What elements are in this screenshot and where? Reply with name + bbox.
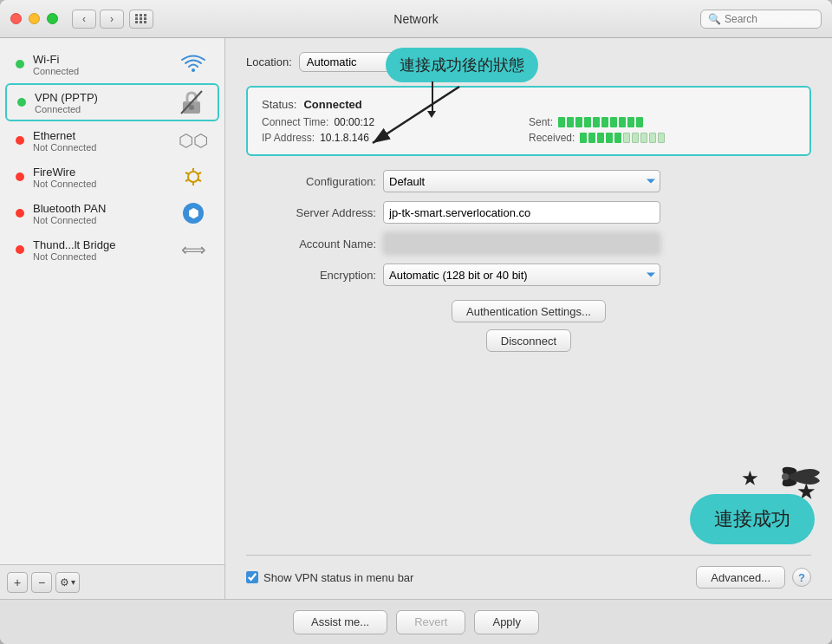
svg-point-2 bbox=[189, 105, 194, 110]
item-status-bluetooth: Not Connected bbox=[33, 215, 178, 225]
connect-time-value: 00:00:12 bbox=[334, 116, 374, 128]
sidebar-item-firewire[interactable]: FireWire Not Connected bbox=[5, 159, 219, 194]
gear-menu-button[interactable]: ⚙ ▾ bbox=[55, 572, 80, 593]
traffic-lights bbox=[10, 13, 58, 24]
action-buttons: Authentication Settings... Disconnect bbox=[246, 300, 811, 352]
advanced-button[interactable]: Advanced... bbox=[696, 566, 785, 589]
item-status-wifi: Connected bbox=[33, 66, 178, 76]
search-input[interactable] bbox=[725, 13, 814, 25]
status-value: Connected bbox=[303, 98, 361, 111]
status-box: Status: Connected Connect Time: 00:00:12… bbox=[246, 86, 811, 156]
form-row-encryption: Encryption: Automatic (128 bit or 40 bit… bbox=[246, 263, 811, 286]
svg-point-0 bbox=[192, 68, 195, 72]
item-status-vpn: Connected bbox=[35, 104, 176, 114]
account-label: Account Name: bbox=[246, 237, 376, 250]
show-vpn-text: Show VPN status in menu bar bbox=[263, 571, 413, 584]
show-vpn-label[interactable]: Show VPN status in menu bar bbox=[246, 571, 413, 584]
wifi-icon bbox=[178, 52, 209, 76]
item-name-firewire: FireWire bbox=[33, 166, 178, 179]
close-button[interactable] bbox=[10, 13, 22, 24]
encryption-wrapper[interactable]: Automatic (128 bit or 40 bit) bbox=[383, 263, 660, 286]
ip-pair: IP Address: 10.1.8.146 bbox=[262, 132, 529, 144]
status-dot-ethernet bbox=[16, 136, 24, 145]
item-status-ethernet: Not Connected bbox=[33, 142, 178, 153]
ethernet-icon: ⬡⬡ bbox=[178, 128, 209, 153]
sidebar-item-ethernet[interactable]: Ethernet Not Connected ⬡⬡ bbox=[5, 123, 219, 158]
celebration-area: ★ ★ 連接成功 bbox=[690, 494, 815, 544]
grid-icon bbox=[135, 14, 147, 23]
assist-button[interactable]: Assist me... bbox=[293, 610, 387, 634]
search-box[interactable]: 🔍 bbox=[700, 10, 822, 29]
gear-icon: ⚙ bbox=[60, 576, 69, 589]
help-button[interactable]: ? bbox=[792, 568, 811, 587]
status-dot-vpn bbox=[17, 98, 26, 107]
connect-time-label: Connect Time: bbox=[262, 116, 328, 128]
svg-line-7 bbox=[198, 172, 201, 174]
ip-value: 10.1.8.146 bbox=[320, 132, 369, 144]
configuration-wrapper[interactable]: Default bbox=[383, 170, 660, 192]
account-input[interactable] bbox=[383, 232, 660, 255]
location-label: Location: bbox=[246, 55, 292, 68]
form-row-configuration: Configuration: Default bbox=[246, 170, 811, 192]
server-label: Server Address: bbox=[246, 206, 376, 219]
received-pair: Received: bbox=[529, 132, 796, 144]
sidebar-item-bluetooth[interactable]: Bluetooth PAN Not Connected ⬢ bbox=[5, 196, 219, 231]
titlebar: ‹ › Network 🔍 bbox=[0, 0, 832, 38]
item-name-wifi: Wi-Fi bbox=[33, 53, 178, 66]
revert-button[interactable]: Revert bbox=[396, 610, 465, 634]
svg-point-4 bbox=[188, 172, 198, 182]
celebrate-bubble: 連接成功 bbox=[690, 494, 815, 544]
thunderbolt-icon: ⟺ bbox=[178, 237, 209, 262]
status-dot-thunderbolt bbox=[16, 245, 24, 254]
disconnect-button[interactable]: Disconnect bbox=[486, 329, 571, 352]
grid-button[interactable] bbox=[129, 10, 153, 29]
chevron-down-icon: ▾ bbox=[71, 577, 75, 587]
server-input[interactable] bbox=[383, 201, 660, 224]
search-icon: 🔍 bbox=[708, 13, 721, 25]
status-dot-wifi bbox=[16, 60, 24, 68]
sidebar-item-wifi[interactable]: Wi-Fi Connected bbox=[5, 47, 219, 81]
item-name-thunderbolt: Thund...lt Bridge bbox=[33, 238, 178, 251]
svg-line-9 bbox=[185, 179, 189, 181]
svg-line-6 bbox=[185, 172, 189, 174]
footer: Assist me... Revert Apply bbox=[0, 599, 832, 644]
bluetooth-icon: ⬢ bbox=[178, 201, 209, 225]
apply-button[interactable]: Apply bbox=[474, 610, 539, 634]
celebration-relative: ★ ★ 連接成功 bbox=[690, 494, 815, 544]
star-1: ★ bbox=[742, 468, 757, 489]
form-row-server: Server Address: bbox=[246, 201, 811, 224]
item-name-vpn: VPN (PPTP) bbox=[35, 91, 176, 104]
window-title: Network bbox=[393, 12, 438, 26]
form-area: Configuration: Default Server Address: A… bbox=[246, 170, 811, 286]
forward-button[interactable]: › bbox=[100, 10, 124, 29]
back-button[interactable]: ‹ bbox=[72, 10, 96, 29]
sidebar-item-vpn[interactable]: VPN (PPTP) Connected bbox=[5, 83, 219, 121]
status-label: Status: bbox=[262, 98, 296, 111]
lock-icon bbox=[176, 90, 207, 114]
minimize-button[interactable] bbox=[29, 13, 40, 24]
add-network-button[interactable]: + bbox=[7, 572, 28, 593]
sidebar-item-thunderbolt[interactable]: Thund...lt Bridge Not Connected ⟺ bbox=[5, 232, 219, 267]
status-details: Connect Time: 00:00:12 Sent: bbox=[262, 116, 796, 144]
remove-network-button[interactable]: − bbox=[31, 572, 52, 593]
show-vpn-checkbox[interactable] bbox=[246, 571, 258, 583]
connect-time-pair: Connect Time: 00:00:12 bbox=[262, 116, 529, 128]
maximize-button[interactable] bbox=[47, 13, 58, 24]
right-bottom-btns: Advanced... ? bbox=[696, 566, 811, 589]
item-name-ethernet: Ethernet bbox=[33, 129, 178, 142]
auth-settings-button[interactable]: Authentication Settings... bbox=[452, 300, 606, 322]
right-bottom-row: Show VPN status in menu bar Advanced... … bbox=[246, 566, 811, 589]
ip-label: IP Address: bbox=[262, 132, 315, 144]
received-bars bbox=[580, 133, 665, 143]
sent-label: Sent: bbox=[529, 116, 553, 128]
form-row-account: Account Name: bbox=[246, 232, 811, 255]
item-status-thunderbolt: Not Connected bbox=[33, 251, 178, 262]
encryption-select[interactable]: Automatic (128 bit or 40 bit) bbox=[383, 263, 660, 286]
right-bottom: Show VPN status in menu bar Advanced... … bbox=[246, 555, 811, 599]
sidebar: Wi-Fi Connected bbox=[0, 38, 225, 599]
annotation-bubble-1: 連接成功後的狀態 bbox=[386, 48, 538, 82]
encryption-label: Encryption: bbox=[246, 269, 376, 282]
configuration-select[interactable]: Default bbox=[383, 170, 660, 192]
svg-line-10 bbox=[198, 179, 201, 181]
ribbon-icon bbox=[768, 455, 832, 498]
